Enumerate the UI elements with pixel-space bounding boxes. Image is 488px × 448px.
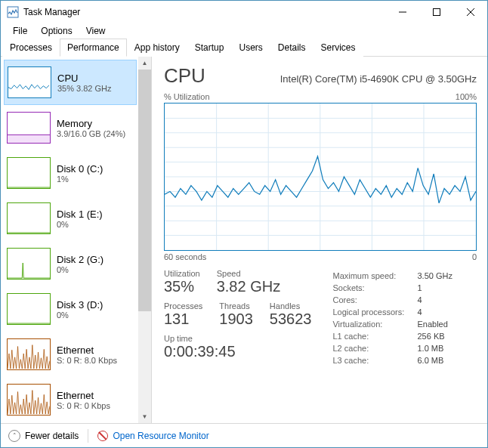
sidebar-item-disk-2[interactable]: Disk 0 (C:)1%: [4, 150, 137, 196]
utilization-chart[interactable]: [164, 103, 477, 251]
chart-label-tl: % Utilization: [164, 92, 210, 101]
stat-value: 4: [414, 295, 455, 305]
sidebar-thumb-icon: [7, 293, 51, 325]
scrollbar-up[interactable]: ▲: [138, 57, 151, 70]
stat-value: 256 KB: [414, 331, 455, 341]
tab-users[interactable]: Users: [231, 39, 270, 57]
sidebar-thumb-icon: [7, 248, 51, 280]
stats-right: Maximum speed:3.50 GHzSockets:1Cores:4Lo…: [328, 269, 456, 367]
sidebar-thumb-icon: [8, 66, 51, 98]
stat-label: Processes: [164, 301, 202, 311]
footer: ˄ Fewer details Open Resource Monitor: [1, 423, 487, 447]
stat-value: 53623: [270, 311, 312, 328]
sidebar-item-sub: 0%: [57, 220, 103, 229]
tab-services[interactable]: Services: [313, 39, 363, 57]
stat-threads: Threads1903: [219, 301, 253, 328]
sidebar-item-name: Ethernet: [57, 390, 110, 401]
detail-title: CPU: [164, 64, 205, 88]
detail-pane: CPU Intel(R) Core(TM) i5-4690K CPU @ 3.5…: [152, 57, 487, 423]
sidebar-item-sub: 35% 3.82 GHz: [57, 84, 112, 93]
sidebar-thumb-icon: [7, 202, 51, 234]
sidebar-item-name: Memory: [57, 118, 125, 129]
sidebar-item-sub: S: 0 R: 0 Kbps: [57, 401, 110, 410]
stat-label: Up time: [164, 334, 311, 343]
tab-startup[interactable]: Startup: [187, 39, 232, 57]
sidebar-item-disk-5[interactable]: Disk 3 (D:)0%: [4, 286, 137, 332]
stat-value: 1.0 MB: [414, 343, 455, 354]
open-resource-monitor-label: Open Resource Monitor: [113, 431, 208, 441]
sidebar-item-mem-1[interactable]: Memory3.9/16.0 GB (24%): [4, 105, 137, 150]
stat-uptime: Up time0:00:39:45: [164, 334, 311, 360]
open-resource-monitor-link[interactable]: Open Resource Monitor: [97, 431, 208, 441]
maximize-button[interactable]: [419, 2, 453, 23]
titlebar: Task Manager: [1, 1, 487, 23]
menubar: File Options View: [1, 23, 487, 39]
sidebar-item-sub: 3.9/16.0 GB (24%): [57, 129, 125, 138]
sidebar-item-name: Ethernet: [57, 344, 117, 356]
stat-speed: Speed3.82 GHz: [217, 269, 280, 295]
sidebar-item-disk-4[interactable]: Disk 2 (G:)0%: [4, 241, 137, 286]
close-button[interactable]: [453, 2, 487, 23]
stat-processes: Processes131: [164, 301, 202, 328]
sidebar-thumb-icon: [7, 112, 51, 144]
sidebar-item-sub: 0%: [57, 311, 103, 320]
fewer-details-label: Fewer details: [25, 431, 79, 441]
stat-value: 6.0 MB: [414, 355, 455, 366]
scrollbar-thumb[interactable]: [138, 70, 151, 311]
menu-options[interactable]: Options: [35, 24, 78, 38]
stat-label: Threads: [219, 301, 253, 311]
tabbar: Processes Performance App history Startu…: [1, 39, 487, 57]
sidebar-item-sub: 1%: [57, 175, 103, 184]
stat-utilization: Utilization35%: [164, 269, 200, 295]
stat-label: Speed: [217, 269, 280, 278]
sidebar-item-name: Disk 2 (G:): [57, 254, 103, 265]
stat-key: Cores:: [329, 295, 412, 305]
sidebar: ▲ ▼ CPU35% 3.82 GHzMemory3.9/16.0 GB (24…: [1, 57, 152, 423]
tab-details[interactable]: Details: [270, 39, 313, 57]
sidebar-item-sub: 0%: [57, 265, 103, 274]
detail-subtitle: Intel(R) Core(TM) i5-4690K CPU @ 3.50GHz: [219, 73, 477, 85]
stat-value: 1903: [219, 311, 253, 328]
sidebar-item-name: Disk 0 (C:): [57, 163, 103, 175]
app-icon: [7, 6, 19, 18]
stat-key: Maximum speed:: [329, 270, 412, 281]
sidebar-item-sub: S: 0 R: 8.0 Kbps: [57, 356, 117, 365]
chart-label-bl: 60 seconds: [164, 252, 206, 261]
stat-value: Enabled: [414, 319, 455, 329]
stat-key: Logical processors:: [329, 307, 412, 317]
chevron-up-icon: ˄: [8, 430, 20, 442]
sidebar-thumb-icon: [7, 384, 51, 416]
sidebar-item-cpu-0[interactable]: CPU35% 3.82 GHz: [4, 60, 137, 105]
sidebar-item-name: Disk 1 (E:): [57, 209, 103, 220]
stat-value: 4: [414, 307, 455, 317]
sidebar-item-disk-3[interactable]: Disk 1 (E:)0%: [4, 196, 137, 241]
minimize-button[interactable]: [385, 2, 419, 23]
stat-key: Virtualization:: [329, 319, 412, 329]
sidebar-item-name: Disk 3 (D:): [57, 299, 103, 311]
sidebar-item-name: CPU: [57, 73, 112, 84]
chart-label-tr: 100%: [456, 92, 477, 101]
stat-label: Utilization: [164, 269, 200, 278]
stat-label: Handles: [270, 301, 312, 311]
stat-key: L2 cache:: [329, 343, 412, 354]
sidebar-item-eth-7[interactable]: EthernetS: 0 R: 0 Kbps: [4, 377, 137, 422]
fewer-details-button[interactable]: ˄ Fewer details: [8, 430, 79, 442]
resource-monitor-icon: [97, 431, 108, 441]
stat-key: L3 cache:: [329, 355, 412, 366]
sidebar-thumb-icon: [7, 338, 51, 370]
window-title: Task Manager: [23, 7, 385, 17]
chart-label-br: 0: [472, 252, 477, 261]
scrollbar-down[interactable]: ▼: [138, 410, 151, 423]
stat-value: 0:00:39:45: [164, 343, 311, 360]
tab-app-history[interactable]: App history: [127, 39, 187, 57]
tab-processes[interactable]: Processes: [2, 39, 60, 57]
stat-value: 131: [164, 311, 202, 328]
menu-file[interactable]: File: [7, 24, 33, 38]
stat-value: 35%: [164, 278, 200, 295]
tab-performance[interactable]: Performance: [60, 39, 127, 57]
menu-view[interactable]: View: [80, 24, 112, 38]
sidebar-item-eth-6[interactable]: EthernetS: 0 R: 8.0 Kbps: [4, 332, 137, 377]
stat-handles: Handles53623: [270, 301, 312, 328]
stat-value: 1: [414, 283, 455, 293]
separator: [88, 429, 88, 443]
